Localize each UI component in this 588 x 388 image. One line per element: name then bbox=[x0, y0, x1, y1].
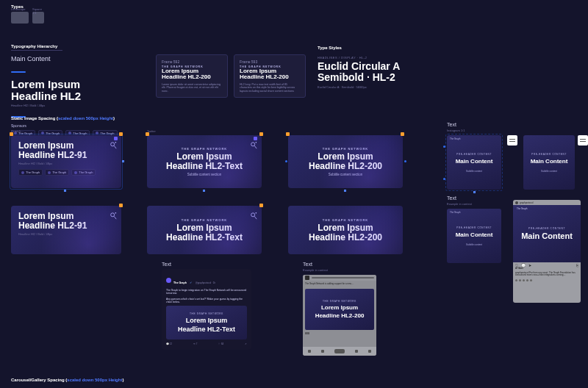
card-col2-2-h2: Headline HL2-Text bbox=[166, 233, 243, 242]
frame-593-title: Frame 593 bbox=[240, 60, 300, 64]
handle-icon bbox=[122, 160, 124, 162]
instagram-mock[interactable]: graphprotocol The Graph PRE-HEADER CONTE… bbox=[513, 200, 581, 303]
square-kicker-3: PRE-HEADER CONTENT bbox=[456, 226, 492, 229]
frame-593-h2: Headline HL2-200 bbox=[240, 74, 300, 80]
ig-name: graphprotocol bbox=[520, 201, 533, 204]
tweet-handle: @graphprotocol · 1h bbox=[196, 281, 215, 284]
square2-example: Example in context bbox=[447, 202, 472, 206]
phone-likes: 808 bbox=[305, 332, 374, 335]
marker-blue-icon bbox=[285, 160, 287, 162]
typestyles-name-1: Euclid Circular A bbox=[318, 61, 450, 72]
marker-blue-icon bbox=[443, 178, 445, 180]
card-col3-2-h2: Headline HL2-200 bbox=[309, 233, 382, 242]
swatch-square[interactable]: Square 1:1 bbox=[32, 12, 44, 24]
square-main-2: Main Content bbox=[531, 158, 568, 165]
frame-592[interactable]: Frame 592 THE GRAPH NETWORK Lorem Ipsum … bbox=[156, 54, 228, 98]
marker-orange-icon bbox=[119, 132, 123, 136]
card-col2-2-kicker: THE GRAPH NETWORK bbox=[182, 218, 227, 222]
share-icon[interactable]: ↗ bbox=[245, 342, 247, 345]
verified-icon: ✓ bbox=[190, 281, 192, 284]
tab-center-icon[interactable] bbox=[334, 349, 345, 353]
add-box-1[interactable] bbox=[507, 135, 517, 146]
typestyles-name-2: Semibold · HL-2 bbox=[318, 72, 450, 83]
square-card-2[interactable]: PRE-HEADER CONTENT Main Content Subtitle… bbox=[523, 135, 575, 190]
square-sub-2: Subtitle content bbox=[541, 170, 557, 173]
square-sub-3: Subtitle content bbox=[466, 243, 482, 246]
tab-home-icon[interactable] bbox=[308, 350, 311, 353]
card-col2-1-h2: Headline HL2-Text bbox=[166, 162, 243, 171]
marker-purple-icon bbox=[254, 137, 257, 140]
marker-orange-icon bbox=[259, 132, 263, 136]
tab-search-icon[interactable] bbox=[321, 350, 324, 353]
typestyles-meta: Euclid Circular A · Semibold · 56/60px bbox=[318, 85, 450, 89]
square-card-3[interactable]: The Graph PRE-HEADER CONTENT Main Conten… bbox=[447, 209, 501, 263]
ig-share-icon[interactable]: ➤ bbox=[528, 263, 531, 267]
square2-label: Text bbox=[447, 195, 456, 201]
reply-icon[interactable]: 💬 12 bbox=[166, 342, 172, 345]
svg-point-3 bbox=[111, 213, 115, 217]
sponsors-label: Sponsors bbox=[11, 123, 143, 128]
swatch-square-label: Square 1:1 bbox=[32, 7, 44, 15]
ig-avatar-icon bbox=[515, 201, 518, 204]
ig-save-icon[interactable]: ⎘ bbox=[576, 263, 578, 267]
square-main-3: Main Content bbox=[456, 231, 493, 238]
card-left-2[interactable]: Lorem Ipsum Headline HL2-91 Headline Hl2… bbox=[11, 206, 121, 254]
frame-593[interactable]: Frame 593 THE GRAPH NETWORK Lorem Ipsum … bbox=[234, 54, 306, 98]
typography-headline-1: Lorem Ipsum bbox=[11, 79, 143, 90]
card-col3-1-h1: Lorem Ipsum bbox=[318, 152, 373, 162]
card-col3-2[interactable]: THE GRAPH NETWORK Lorem Ipsum Headline H… bbox=[288, 206, 403, 254]
handle-icon bbox=[473, 191, 476, 193]
phone-app-icon bbox=[305, 276, 309, 280]
phone-card-h2: Headline HL2-200 bbox=[315, 312, 365, 319]
logo-glyph-icon bbox=[250, 210, 257, 219]
typestyles-tiny: HEADLINES / DISPLAY · HL-2 bbox=[318, 56, 450, 60]
frame-592-para: Lorem ipsum dolor sit amet consectetur a… bbox=[162, 83, 222, 93]
phone-mock[interactable]: The Graph Network is adding support for … bbox=[303, 275, 376, 356]
static-label-a: Static Image Spacing ( bbox=[11, 116, 58, 121]
typography-label: Typography Hierarchy bbox=[11, 44, 62, 51]
like-icon[interactable]: ♡ 64 bbox=[218, 342, 223, 345]
svg-line-7 bbox=[254, 146, 257, 148]
svg-point-8 bbox=[256, 142, 257, 143]
swatch-landscape[interactable]: Landscape bbox=[11, 12, 29, 24]
card-left-2-sub: Headline Hl2 / Bold / 48px bbox=[18, 232, 114, 236]
frame-592-title: Frame 592 bbox=[162, 60, 222, 64]
swatch-landscape-label: Landscape bbox=[11, 7, 26, 11]
tweet-mock[interactable]: The Graph ✓ @graphprotocol · 1h The Grap… bbox=[162, 269, 251, 350]
static-label-b: scaled down 500px Height bbox=[58, 116, 113, 121]
main-content-label: Main Content bbox=[11, 55, 143, 62]
tweet-media-h2: Headline HL2-Text bbox=[178, 326, 235, 333]
svg-line-4 bbox=[114, 216, 116, 219]
card-col3-1-h2: Headline HL2-200 bbox=[309, 162, 382, 171]
card-left-2-h1: Lorem Ipsum bbox=[18, 212, 114, 221]
tweet-avatar-icon bbox=[166, 278, 171, 283]
ig-brand: The Graph bbox=[517, 207, 527, 210]
tiny-t-label: T... bbox=[11, 123, 15, 127]
svg-point-5 bbox=[115, 212, 117, 214]
card-col2-1-sub: Subtitle content section bbox=[187, 173, 222, 176]
static-label-c: ) bbox=[113, 116, 115, 121]
tab-profile-icon[interactable] bbox=[368, 350, 371, 353]
card-col3-1-sub: Subtitle content section bbox=[329, 173, 363, 176]
card-col2-2[interactable]: THE GRAPH NETWORK Lorem Ipsum Headline H… bbox=[147, 206, 262, 254]
card-col2-1-kicker: THE GRAPH NETWORK bbox=[182, 147, 227, 151]
retweet-icon[interactable]: ⟲ 7 bbox=[193, 342, 198, 345]
card-col3-1[interactable]: THE GRAPH NETWORK Lorem Ipsum Headline H… bbox=[288, 135, 403, 188]
tweet-media-kicker: THE GRAPH NETWORK bbox=[190, 312, 223, 315]
typography-caption: Headline Hl2 / Bold / 48px bbox=[11, 104, 143, 107]
square-kicker-2: PRE-HEADER CONTENT bbox=[531, 153, 567, 156]
card-col3-2-h1: Lorem Ipsum bbox=[318, 223, 373, 233]
card-col3-2-kicker: THE GRAPH NETWORK bbox=[323, 218, 368, 222]
ig-main: Main Content bbox=[521, 231, 573, 240]
handle-icon bbox=[344, 190, 346, 192]
tweet-frame-label: Text bbox=[162, 262, 171, 267]
tab-activity-icon[interactable] bbox=[355, 350, 358, 353]
footer-c: ) bbox=[122, 378, 123, 382]
handle-icon bbox=[64, 190, 66, 192]
footer-b: scaled down 500px Height bbox=[67, 378, 122, 382]
card-col3-1-kicker: THE GRAPH NETWORK bbox=[323, 147, 368, 151]
add-box-2[interactable] bbox=[578, 135, 588, 146]
footer-a: Carousel/Gallery Spacing ( bbox=[11, 378, 67, 382]
ig-kicker: PRE-HEADER CONTENT bbox=[528, 227, 565, 230]
card-col2-1[interactable]: THE GRAPH NETWORK Lorem Ipsum Headline H… bbox=[147, 135, 262, 188]
